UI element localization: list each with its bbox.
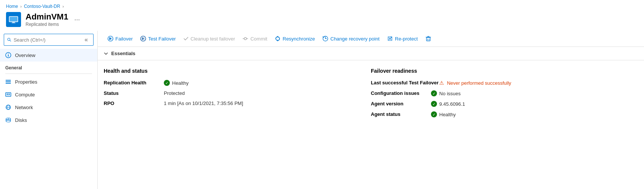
- svg-point-26: [8, 118, 9, 119]
- commit-icon: [242, 36, 248, 42]
- change-recovery-point-label: Change recovery point: [330, 36, 379, 42]
- breadcrumb-home[interactable]: Home: [6, 4, 18, 9]
- main-content: Failover Test Failover Cleanup test fail…: [98, 31, 644, 189]
- reprotect-icon: [387, 36, 393, 42]
- vm-icon: [6, 12, 21, 27]
- svg-rect-1: [10, 17, 18, 21]
- disks-icon: [5, 117, 11, 123]
- collapse-sidebar-button[interactable]: «: [82, 36, 90, 44]
- page-subtitle: Replicated items: [26, 22, 68, 27]
- svg-rect-2: [12, 22, 15, 23]
- delete-icon: [425, 36, 431, 42]
- agent-status-check-icon: ✓: [431, 111, 437, 117]
- failover-button[interactable]: Failover: [104, 34, 136, 44]
- agent-status-row: Agent status ✓ Healthy: [371, 111, 629, 117]
- config-check-icon: ✓: [431, 90, 437, 96]
- warning-icon: ⚠: [438, 80, 444, 86]
- status-label: Status: [104, 90, 164, 96]
- failover-icon: [107, 36, 113, 42]
- sidebar-item-properties[interactable]: Properties: [0, 75, 97, 88]
- health-status-section: Health and status Replication Health ✓ H…: [104, 68, 371, 122]
- last-test-failover-value: ⚠ Never performed successfully: [438, 80, 511, 86]
- general-divider: [5, 74, 92, 74]
- rpo-row: RPO 1 min [As on 10/1/2021, 7:35:56 PM]: [104, 100, 362, 106]
- page-title: AdminVM1: [26, 12, 68, 22]
- breadcrumb-vault[interactable]: Contoso-Vault-DR: [24, 4, 60, 9]
- status-value: Protected: [164, 90, 185, 96]
- replication-health-value: ✓ Healthy: [164, 80, 189, 86]
- essentials-label: Essentials: [111, 51, 135, 56]
- agent-status-value: ✓ Healthy: [431, 111, 456, 117]
- svg-rect-12: [6, 80, 7, 81]
- sidebar-item-network[interactable]: Network: [0, 101, 97, 114]
- search-box[interactable]: «: [4, 34, 94, 46]
- re-protect-button[interactable]: Re-protect: [383, 34, 422, 44]
- sidebar-item-disks[interactable]: Disks: [0, 114, 97, 126]
- general-section-label: General: [0, 62, 97, 72]
- delete-button[interactable]: [422, 34, 435, 44]
- svg-line-5: [10, 40, 11, 41]
- health-status-title: Health and status: [104, 68, 362, 74]
- never-performed-link[interactable]: Never performed successfully: [447, 80, 511, 86]
- svg-rect-17: [7, 94, 8, 94]
- overview-label: Overview: [15, 52, 35, 58]
- network-icon: [5, 104, 11, 110]
- test-failover-button[interactable]: Test Failover: [136, 34, 180, 44]
- header-text: AdminVM1 Replicated items: [26, 12, 68, 27]
- svg-point-31: [244, 38, 246, 40]
- properties-icon: [5, 79, 11, 85]
- compute-icon: [5, 92, 11, 98]
- agent-version-value: ✓ 9.45.6096.1: [431, 101, 465, 107]
- page-header: AdminVM1 Replicated items ···: [0, 10, 644, 31]
- failover-readiness-title: Failover readiness: [371, 68, 629, 74]
- sidebar-item-compute[interactable]: Compute: [0, 88, 97, 101]
- config-issues-value: ✓ No issues: [431, 90, 461, 96]
- change-recovery-point-button[interactable]: Change recovery point: [319, 34, 383, 44]
- svg-rect-18: [9, 94, 10, 94]
- failover-readiness-section: Failover readiness Last successful Test …: [371, 68, 638, 122]
- sidebar-item-overview[interactable]: Overview: [0, 49, 97, 62]
- svg-rect-3: [12, 23, 16, 23]
- check-icon: [183, 36, 189, 41]
- agent-version-check-icon: ✓: [431, 101, 437, 107]
- breadcrumb-sep-1: ›: [20, 4, 22, 9]
- commit-label: Commit: [250, 36, 267, 42]
- sidebar: « Overview General Properties: [0, 31, 98, 189]
- search-input[interactable]: [14, 37, 80, 43]
- svg-rect-14: [6, 83, 7, 84]
- resynchronize-label: Resynchronize: [283, 36, 315, 42]
- last-test-failover-label: Last successful Test Failover: [371, 80, 438, 86]
- failover-label: Failover: [115, 36, 133, 42]
- replication-health-label: Replication Health: [104, 80, 164, 86]
- essentials-grid: Health and status Replication Health ✓ H…: [98, 60, 644, 129]
- chevron-down-icon: [104, 51, 108, 56]
- svg-rect-7: [8, 55, 9, 57]
- disks-label: Disks: [15, 117, 27, 123]
- svg-rect-35: [426, 38, 430, 41]
- test-failover-icon: [140, 36, 146, 42]
- resync-icon: [275, 36, 281, 42]
- essentials-header[interactable]: Essentials: [98, 47, 644, 60]
- resynchronize-button[interactable]: Resynchronize: [271, 34, 319, 44]
- svg-point-8: [8, 54, 9, 54]
- agent-version-label: Agent version: [371, 101, 431, 106]
- network-label: Network: [15, 105, 33, 110]
- svg-rect-13: [6, 81, 7, 82]
- re-protect-label: Re-protect: [395, 36, 418, 42]
- rpo-value: 1 min [As on 10/1/2021, 7:35:56 PM]: [164, 100, 243, 106]
- info-icon: [5, 52, 11, 58]
- config-issues-row: Configuration issues ✓ No issues: [371, 90, 629, 96]
- compute-label: Compute: [15, 92, 35, 98]
- breadcrumb: Home › Contoso-Vault-DR ›: [0, 0, 644, 10]
- search-icon: [7, 37, 11, 42]
- rpo-label: RPO: [104, 100, 164, 106]
- commit-button[interactable]: Commit: [239, 34, 271, 44]
- toolbar: Failover Test Failover Cleanup test fail…: [98, 31, 644, 47]
- more-options-button[interactable]: ···: [74, 16, 80, 24]
- cleanup-label: Cleanup test failover: [190, 36, 235, 42]
- replication-health-row: Replication Health ✓ Healthy: [104, 80, 362, 86]
- agent-status-label: Agent status: [371, 111, 431, 117]
- svg-point-25: [6, 120, 11, 122]
- cleanup-test-failover-button[interactable]: Cleanup test failover: [180, 34, 239, 44]
- last-test-failover-row: Last successful Test Failover ⚠ Never pe…: [371, 80, 629, 86]
